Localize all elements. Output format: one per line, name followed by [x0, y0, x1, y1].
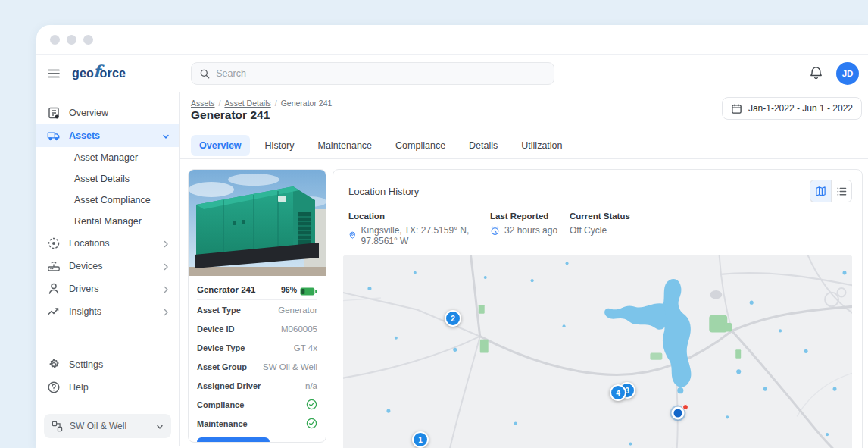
- trend-icon: [47, 305, 61, 318]
- panel-title: Location History: [343, 180, 419, 197]
- sidebar-item-devices[interactable]: Devices: [36, 255, 179, 277]
- main-content: Assets / Asset Details / Generator 241 G…: [180, 92, 868, 446]
- app-window: geoforce JD Overview Assets: [36, 25, 868, 448]
- chevron-down-icon: [162, 132, 170, 139]
- target-icon: [47, 237, 61, 250]
- tab-details[interactable]: Details: [461, 135, 506, 156]
- sidebar-item-locations[interactable]: Locations: [36, 232, 179, 255]
- sidebar-item-overview[interactable]: Overview: [36, 102, 179, 124]
- search-icon: [199, 68, 210, 80]
- spec-row: Device ID M060005: [197, 319, 317, 338]
- sidebar-item-label: Assets: [69, 130, 100, 141]
- calendar-icon: [731, 103, 742, 114]
- breadcrumb-current: Generator 241: [281, 99, 333, 108]
- location-map[interactable]: 2 3 4 1: [343, 255, 852, 448]
- spec-row: Asset Type Generator: [197, 300, 317, 319]
- chevron-right-icon: [162, 240, 170, 247]
- window-control-dot[interactable]: [67, 35, 76, 45]
- window-titlebar: [36, 25, 868, 55]
- tab-bar: Overview History Maintenance Compliance …: [180, 133, 868, 159]
- sidebar-subitem-rental-manager[interactable]: Rental Manager: [36, 211, 179, 232]
- location-value: Kingsville, TX: 27.5159° N, 97.8561° W: [361, 225, 490, 246]
- last-reported-value: 32 hours ago: [504, 225, 557, 236]
- battery-percentage: 96%: [281, 285, 297, 294]
- clock-icon: [490, 226, 500, 236]
- check-circle-icon: [306, 399, 317, 410]
- sidebar-item-settings[interactable]: Settings: [36, 353, 179, 376]
- tab-maintenance[interactable]: Maintenance: [310, 135, 381, 156]
- chevron-down-icon: [156, 422, 164, 430]
- search-bar[interactable]: [191, 62, 554, 85]
- breadcrumb-link-assets[interactable]: Assets: [191, 99, 215, 108]
- date-range-label: Jan-1-2022 - Jun 1 - 2022: [748, 103, 853, 114]
- breadcrumb: Assets / Asset Details / Generator 241: [191, 99, 332, 108]
- check-circle-icon: [306, 418, 317, 429]
- sidebar-subitem-asset-manager[interactable]: Asset Manager: [36, 147, 179, 168]
- user-avatar[interactable]: JD: [836, 62, 859, 85]
- last-reported-label: Last Reported: [490, 211, 570, 221]
- sidebar-item-label: Settings: [69, 359, 103, 370]
- asset-summary-card: Generator 241 96% Asset Type Generator: [188, 169, 326, 443]
- sidebar-item-label: Locations: [69, 238, 110, 249]
- notifications-bell-icon[interactable]: [808, 65, 824, 82]
- question-icon: [47, 381, 61, 394]
- asset-name: Generator 241: [197, 285, 255, 294]
- location-label: Location: [348, 211, 490, 221]
- sidebar-item-label: Overview: [69, 108, 108, 118]
- tab-history[interactable]: History: [257, 135, 303, 156]
- sidebar-item-drivers[interactable]: Drivers: [36, 277, 179, 300]
- chevron-right-icon: [162, 308, 170, 315]
- chevron-right-icon: [162, 262, 170, 270]
- tab-compliance[interactable]: Compliance: [387, 135, 454, 156]
- window-control-dot[interactable]: [83, 35, 93, 45]
- spec-row: Asset Group SW Oil & Well: [197, 357, 317, 376]
- spec-row: Assigned Driver n/a: [197, 376, 317, 395]
- truck-icon: [47, 129, 61, 143]
- gear-icon: [47, 358, 61, 371]
- spec-row: Compliance: [197, 395, 317, 414]
- sidebar-item-insights[interactable]: Insights: [36, 300, 179, 323]
- breadcrumb-link-asset-details[interactable]: Asset Details: [224, 99, 270, 108]
- sidebar-item-assets[interactable]: Assets: [36, 124, 179, 147]
- router-icon: [47, 259, 61, 273]
- chevron-right-icon: [162, 285, 170, 293]
- org-selector-label: SW Oil & Well: [70, 421, 126, 431]
- list-view-button[interactable]: [831, 180, 852, 202]
- tab-overview[interactable]: Overview: [191, 135, 250, 156]
- map-marker-4[interactable]: 4: [610, 384, 626, 401]
- location-history-panel: Location History Location: [333, 169, 863, 448]
- org-hierarchy-icon: [52, 421, 63, 432]
- date-range-picker[interactable]: Jan-1-2022 - Jun 1 - 2022: [722, 97, 862, 120]
- geoforce-logo: geoforce: [72, 66, 126, 80]
- sidebar-subitem-asset-compliance[interactable]: Asset Compliance: [36, 190, 179, 211]
- map-view-button[interactable]: [810, 180, 831, 202]
- sidebar-item-label: Help: [69, 382, 89, 393]
- start-job-button[interactable]: Start Job: [197, 437, 270, 443]
- current-status-label: Current Status: [570, 211, 852, 221]
- document-badge-icon: [47, 106, 61, 120]
- asset-photo: [189, 170, 326, 276]
- window-control-dot[interactable]: [50, 35, 60, 45]
- location-pin-icon: [348, 231, 357, 241]
- org-selector[interactable]: SW Oil & Well: [44, 414, 171, 438]
- sidebar-item-label: Drivers: [69, 284, 99, 294]
- sidebar-subitem-asset-details[interactable]: Asset Details: [36, 168, 179, 190]
- battery-icon: [300, 285, 317, 294]
- current-status-value: Off Cycle: [570, 225, 607, 236]
- page-title: Generator 241: [191, 108, 270, 122]
- spec-row: Maintenance: [197, 414, 317, 433]
- spec-row: Device Type GT-4x: [197, 338, 317, 357]
- sidebar-item-label: Devices: [69, 261, 102, 271]
- alert-dot: [682, 404, 688, 410]
- search-input[interactable]: [216, 68, 546, 79]
- tab-utilization[interactable]: Utilization: [513, 135, 570, 156]
- sidebar-item-label: Insights: [69, 306, 101, 317]
- app-header: geoforce JD: [36, 55, 868, 92]
- map-marker-1[interactable]: 1: [412, 431, 429, 448]
- person-icon: [47, 282, 61, 296]
- map-marker-2[interactable]: 2: [445, 310, 461, 327]
- menu-icon[interactable]: [46, 66, 61, 81]
- sidebar: Overview Assets Asset Manager Asset Deta…: [36, 92, 180, 446]
- view-toggle: [810, 180, 852, 202]
- sidebar-item-help[interactable]: Help: [36, 376, 179, 399]
